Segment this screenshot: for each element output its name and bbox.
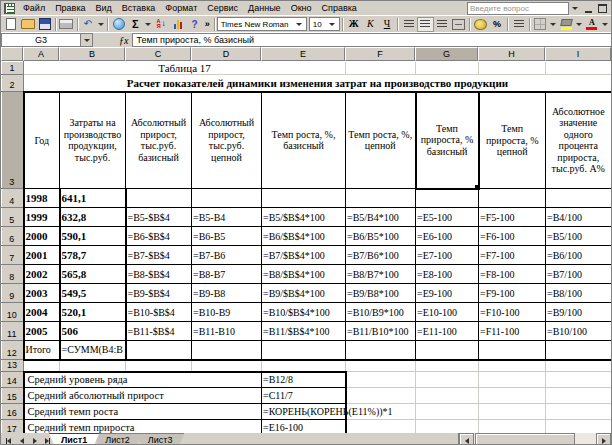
cell-H13[interactable] <box>479 360 546 372</box>
column-header-D[interactable]: D <box>191 47 261 61</box>
row-header-13[interactable]: 13 <box>2 360 24 372</box>
cell-I3[interactable]: Абсолютное значение одного процента прир… <box>546 92 612 189</box>
cell-E11[interactable]: =B11/$B$4*100 <box>262 322 346 341</box>
cell-D10[interactable]: =B10-B9 <box>192 303 262 322</box>
cell-A13[interactable] <box>24 360 60 372</box>
cell-F1[interactable] <box>346 62 416 75</box>
cell-H12[interactable] <box>479 341 546 360</box>
menu-item-7[interactable]: Данные <box>243 2 286 14</box>
cell-B7[interactable]: 578,7 <box>60 246 126 265</box>
cell-I13[interactable] <box>546 360 612 372</box>
cell-H17[interactable] <box>479 420 546 434</box>
cell-B9[interactable]: 549,5 <box>60 284 126 303</box>
select-all-corner[interactable] <box>1 47 23 61</box>
cell-H7[interactable]: =F7-100 <box>479 246 546 265</box>
sheet-tab-Лист1[interactable]: Лист1 <box>49 433 99 445</box>
column-header-G[interactable]: G <box>415 47 478 61</box>
cell-D6[interactable]: =B6-B5 <box>192 227 262 246</box>
cell-E13[interactable] <box>262 360 346 372</box>
cell-A14[interactable]: Средний уровень ряда <box>24 372 262 388</box>
cell-H3[interactable]: Темп прироста, % цепной <box>479 92 546 189</box>
menu-item-6[interactable]: Сервис <box>202 2 243 14</box>
cell-I14[interactable] <box>546 372 612 388</box>
cell-E16[interactable]: =КОРЕНЬ(КОРЕНЬ(E11%))*1 <box>262 404 346 420</box>
minimize-icon[interactable] <box>582 3 595 14</box>
cell-C4[interactable] <box>126 189 192 208</box>
column-header-C[interactable]: C <box>125 47 191 61</box>
row-header-7[interactable]: 7 <box>2 246 24 265</box>
cell-C5[interactable]: =B5-$B$4 <box>126 208 192 227</box>
more-buttons[interactable]: » <box>203 17 212 32</box>
cell-G6[interactable]: =E6-100 <box>416 227 479 246</box>
cell-B6[interactable]: 590,1 <box>60 227 126 246</box>
menu-item-2[interactable]: Правка <box>50 2 90 14</box>
row-header-10[interactable]: 10 <box>2 303 24 322</box>
first-sheet-button[interactable] <box>2 434 15 445</box>
cell-C11[interactable]: =B11-$B$4 <box>126 322 192 341</box>
cell-F4[interactable] <box>346 189 416 208</box>
cell-D3[interactable]: Абсолютный прирост, тыс.руб. цепной <box>192 92 262 189</box>
bold-button[interactable]: Ж <box>345 17 362 32</box>
cell-C12[interactable] <box>126 341 192 360</box>
cell-G16[interactable] <box>416 404 479 420</box>
cell-F12[interactable] <box>346 341 416 360</box>
row-header-3[interactable]: 3 <box>2 92 24 189</box>
cell-F8[interactable]: =B8/B7*100 <box>346 265 416 284</box>
borders-button[interactable] <box>532 17 549 32</box>
cell-B11[interactable]: 506 <box>60 322 126 341</box>
cell-D5[interactable]: =B5-B4 <box>192 208 262 227</box>
new-document-button[interactable] <box>3 17 20 32</box>
column-header-E[interactable]: E <box>261 47 345 61</box>
cell-I4[interactable] <box>546 189 612 208</box>
cell-A10[interactable]: 2004 <box>24 303 60 322</box>
cell-H4[interactable] <box>479 189 546 208</box>
cell-I12[interactable] <box>546 341 612 360</box>
row-header-14[interactable]: 14 <box>2 372 24 388</box>
row-header-5[interactable]: 5 <box>2 208 24 227</box>
cell-F13[interactable] <box>346 360 416 372</box>
cell-G10[interactable]: =E10-100 <box>416 303 479 322</box>
cell-B13[interactable] <box>60 360 126 372</box>
scroll-left-button[interactable] <box>459 433 474 445</box>
cell-F9[interactable]: =B9/B8*100 <box>346 284 416 303</box>
cell-F15[interactable] <box>346 388 416 404</box>
cell-C9[interactable]: =B9-$B$4 <box>126 284 192 303</box>
cell-I11[interactable]: =B10/100 <box>546 322 612 341</box>
cell-I7[interactable]: =B6/100 <box>546 246 612 265</box>
merge-center-button[interactable] <box>450 17 467 32</box>
cell-C7[interactable]: =B7-$B$4 <box>126 246 192 265</box>
cell-I17[interactable] <box>546 420 612 434</box>
cell-E7[interactable]: =B7/$B$4*100 <box>262 246 346 265</box>
cell-F17[interactable] <box>346 420 416 434</box>
menu-item-4[interactable]: Вставка <box>117 2 160 14</box>
cell-A7[interactable]: 2001 <box>24 246 60 265</box>
cell-D12[interactable] <box>192 341 262 360</box>
cell-C10[interactable]: =B10-$B$4 <box>126 303 192 322</box>
fx-icon[interactable]: ƒx <box>119 35 128 46</box>
font-name-combo[interactable]: Times New Roman <box>217 17 307 31</box>
italic-button[interactable]: К <box>362 17 379 32</box>
cell-G9[interactable]: =E9-100 <box>416 284 479 303</box>
chart-wizard-button[interactable] <box>169 17 186 32</box>
center-button[interactable] <box>417 17 434 32</box>
align-right-button[interactable] <box>434 17 451 32</box>
currency-style-button[interactable] <box>472 17 489 32</box>
cell-D9[interactable]: =B9-B8 <box>192 284 262 303</box>
cell-C13[interactable] <box>126 360 192 372</box>
cell-F5[interactable]: =B5/B4*100 <box>346 208 416 227</box>
cell-H1[interactable] <box>479 62 546 75</box>
cell-A16[interactable]: Средний темп роста <box>24 404 262 420</box>
cell-G17[interactable] <box>416 420 479 434</box>
cell-H10[interactable]: =F10-100 <box>479 303 546 322</box>
font-size-combo[interactable]: 10 <box>309 17 340 31</box>
cell-C3[interactable]: Абсолютный прирост, тыс.руб. базисный <box>126 92 192 189</box>
question-input[interactable] <box>467 2 569 15</box>
font-color-button[interactable]: А <box>583 17 600 32</box>
cell-C8[interactable]: =B8-$B$4 <box>126 265 192 284</box>
fill-color-dropdown[interactable] <box>574 17 583 32</box>
row-header-9[interactable]: 9 <box>2 284 24 303</box>
cell-H16[interactable] <box>479 404 546 420</box>
row-header-11[interactable]: 11 <box>2 322 24 341</box>
cell-I15[interactable] <box>546 388 612 404</box>
cell-E17[interactable]: =E16-100 <box>262 420 346 434</box>
